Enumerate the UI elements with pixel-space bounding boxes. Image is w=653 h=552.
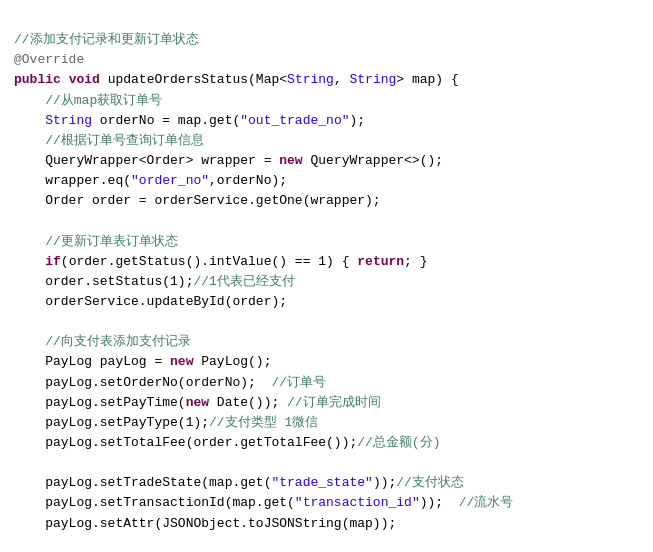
line-keyword-public: public [14, 72, 61, 87]
line-method-sig: updateOrdersStatus(Map< [100, 72, 287, 87]
line-comment-4: //更新订单表订单状态 [45, 234, 178, 249]
line-comment-3: //根据订单号查询订单信息 [45, 133, 204, 148]
line-annotation: @Override [14, 52, 84, 67]
line-comment-1: //添加支付记录和更新订单状态 [14, 32, 199, 47]
line-comment-5: //向支付表添加支付记录 [45, 334, 191, 349]
line-comment-2: //从map获取订单号 [45, 93, 162, 108]
line-keyword-void: void [69, 72, 100, 87]
code-editor: //添加支付记录和更新订单状态 @Override public void up… [14, 10, 639, 552]
